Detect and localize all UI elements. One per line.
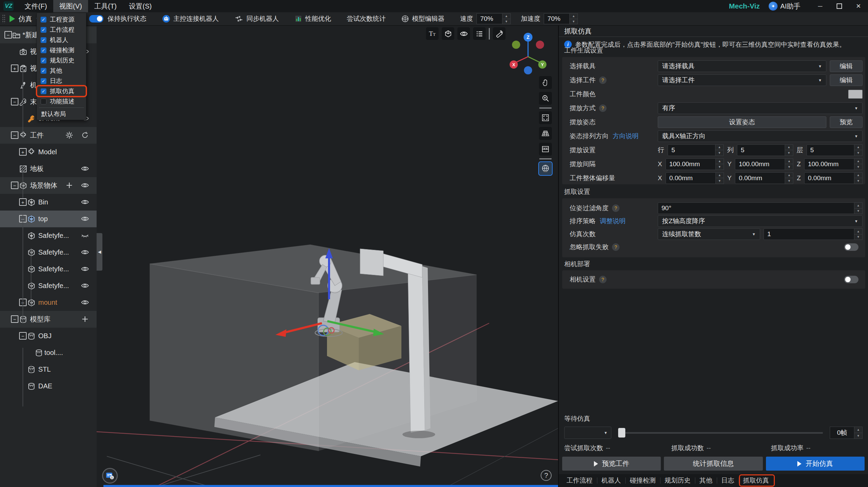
gap-x-stepper[interactable]: 100.00mm▲▼: [666, 158, 724, 170]
tree-row-top[interactable]: +top: [0, 211, 97, 227]
col-value[interactable]: 5: [737, 144, 785, 156]
offset-z-stepper[interactable]: 0.00mm▲▼: [804, 172, 863, 184]
color-swatch[interactable]: [848, 90, 863, 99]
spin-buttons[interactable]: ▲▼: [785, 172, 793, 184]
maximize-button[interactable]: [830, 0, 849, 12]
gap-z-stepper[interactable]: 100.00mm▲▼: [804, 158, 863, 170]
frame-slider[interactable]: [618, 427, 823, 439]
toolbar-grip-handle[interactable]: [2, 14, 5, 23]
help-icon[interactable]: ?: [612, 243, 620, 251]
view-menu-item-4[interactable]: ✓规划历史: [37, 55, 86, 66]
help-icon[interactable]: ?: [612, 204, 620, 212]
accel-spin-buttons[interactable]: ▲▼: [570, 13, 578, 24]
minimize-button[interactable]: ─: [811, 0, 830, 12]
menubar-item-0[interactable]: 文件(F): [18, 0, 53, 12]
zoom-tool-button[interactable]: [539, 92, 552, 105]
eye-open-icon[interactable]: [81, 298, 89, 306]
pose-direction-select[interactable]: 载具X轴正方向▼: [658, 130, 863, 142]
tree-row-stl[interactable]: STL: [0, 361, 97, 378]
pose-filter-stepper[interactable]: 90°▲▼: [658, 202, 863, 214]
tree-row-safetyfe-[interactable]: Safetyfe...: [0, 227, 97, 244]
eye-closed-icon[interactable]: [81, 231, 89, 240]
offset-z-value[interactable]: 0.00mm: [804, 172, 854, 184]
offset-y-value[interactable]: 0.00mm: [735, 172, 785, 184]
tree-row--[interactable]: −场景物体: [0, 177, 97, 194]
frame-stepper[interactable]: 0帧 ▲▼: [830, 427, 863, 439]
plus-icon[interactable]: [81, 315, 89, 323]
playback-select[interactable]: ▼: [564, 427, 611, 439]
expand-icon[interactable]: +: [19, 148, 27, 156]
list-button[interactable]: [473, 27, 486, 40]
bottom-tab-2[interactable]: 碰撞检测: [625, 476, 660, 485]
visibility-button[interactable]: [457, 27, 470, 40]
tree-row--[interactable]: 地板: [0, 160, 97, 177]
collapse-icon[interactable]: −: [11, 315, 18, 323]
row-value[interactable]: 5: [668, 144, 715, 156]
menubar-item-1[interactable]: 视图(V): [53, 0, 88, 12]
checkbox-checked-icon[interactable]: ✓: [41, 27, 46, 33]
collapse-icon[interactable]: −: [4, 31, 12, 39]
start-simulation-button[interactable]: 开始仿真: [766, 457, 865, 471]
view-menu-item-0[interactable]: ✓工程资源: [37, 14, 86, 25]
spin-buttons[interactable]: ▲▼: [785, 158, 793, 170]
row-stepper[interactable]: 5▲▼: [668, 144, 724, 156]
gap-y-stepper[interactable]: 100.00mm▲▼: [735, 158, 793, 170]
tree-row-dae[interactable]: DAE: [0, 378, 97, 395]
tree-row-safetyfe-[interactable]: Safetyfe...: [0, 277, 97, 294]
spin-buttons[interactable]: ▲▼: [854, 144, 863, 156]
help-icon[interactable]: ?: [599, 276, 607, 283]
bottom-tab-6[interactable]: 抓取仿真: [739, 476, 773, 485]
sim-times-value[interactable]: 1: [764, 228, 854, 240]
view-menu-item-6[interactable]: ✓日志: [37, 76, 86, 86]
master-connect-button[interactable]: 主控连接机器人: [162, 14, 219, 23]
eye-open-icon[interactable]: [81, 215, 89, 223]
offset-x-stepper[interactable]: 0.00mm▲▼: [666, 172, 724, 184]
accel-value[interactable]: 70%: [544, 13, 570, 24]
perspective-view-button[interactable]: [539, 162, 552, 175]
speed-stepper[interactable]: 70% ▲▼: [476, 13, 511, 24]
attempt-stats-button[interactable]: 尝试次数统计: [347, 14, 386, 23]
collapse-icon[interactable]: −: [11, 182, 18, 189]
place-mode-select[interactable]: 有序▼: [658, 102, 863, 114]
spin-buttons[interactable]: ▲▼: [716, 158, 724, 170]
spin-buttons[interactable]: ▲▼: [716, 172, 724, 184]
refresh-icon[interactable]: [81, 131, 89, 139]
eye-open-icon[interactable]: [81, 181, 89, 189]
bottom-tab-5[interactable]: 日志: [717, 476, 739, 485]
sync-robot-button[interactable]: 同步机器人: [234, 14, 279, 23]
spin-buttons[interactable]: ▲▼: [854, 158, 863, 170]
help-button[interactable]: ?: [541, 470, 552, 481]
preview-workpiece-button[interactable]: 预览工件: [562, 457, 661, 471]
ignore-fail-toggle[interactable]: [844, 243, 858, 251]
pan-tool-button[interactable]: [539, 76, 552, 89]
gear-icon[interactable]: [65, 131, 73, 139]
tree-row-mount[interactable]: +mount: [0, 294, 97, 311]
measure-tools-button[interactable]: [493, 27, 506, 40]
offset-y-stepper[interactable]: 0.00mm▲▼: [735, 172, 793, 184]
plus-icon[interactable]: [65, 181, 73, 189]
spin-buttons[interactable]: ▲▼: [854, 427, 863, 439]
checkbox-checked-icon[interactable]: ✓: [41, 37, 46, 43]
collapse-icon[interactable]: −: [11, 98, 18, 105]
checkbox-unchecked-icon[interactable]: [41, 99, 46, 104]
collapse-icon[interactable]: −: [11, 131, 18, 139]
gap-x-value[interactable]: 100.00mm: [666, 158, 716, 170]
eye-open-icon[interactable]: [81, 265, 89, 273]
table-view-button[interactable]: [539, 143, 552, 156]
stats-info-button[interactable]: 统计抓取信息: [664, 457, 763, 471]
view-menu-item-8[interactable]: 功能描述: [37, 96, 86, 106]
tree-row--[interactable]: −模型库: [0, 311, 97, 328]
slider-track[interactable]: [618, 432, 823, 434]
eye-open-icon[interactable]: [81, 164, 89, 173]
camera-settings-toggle[interactable]: [844, 276, 858, 283]
sort-strategy-select[interactable]: 按Z轴高度降序▼: [658, 215, 863, 227]
eye-open-icon[interactable]: [81, 282, 89, 290]
orientation-gizmo[interactable]: Z X Y: [505, 30, 553, 75]
tree-row-model[interactable]: +Model: [0, 144, 97, 160]
checkbox-checked-icon[interactable]: ✓: [41, 68, 46, 74]
menu-item-default-layout[interactable]: 默认布局: [37, 109, 86, 119]
model-display-button[interactable]: [442, 27, 454, 40]
slider-handle[interactable]: [618, 428, 625, 438]
checkbox-checked-icon[interactable]: ✓: [41, 88, 46, 94]
keep-exec-toggle[interactable]: [89, 15, 103, 23]
